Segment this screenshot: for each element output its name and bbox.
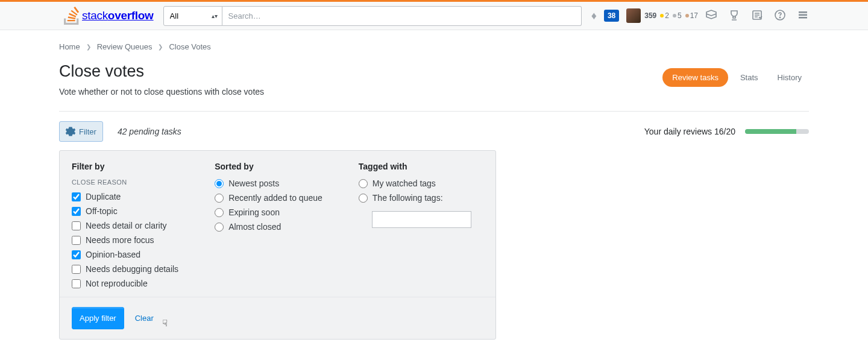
close-reason-checkbox[interactable]	[72, 192, 81, 201]
tab-review-tasks[interactable]: Review tasks	[662, 68, 728, 87]
sort-label: Newest posts	[228, 179, 279, 188]
stackoverflow-icon	[64, 7, 80, 25]
close-reason-option[interactable]: Needs debugging details	[72, 264, 178, 274]
help-icon[interactable]	[774, 9, 786, 23]
page-tabs: Review tasks Stats History	[662, 68, 809, 87]
daily-reviews-label: Your daily reviews 16/20	[644, 127, 735, 136]
close-reason-checkbox[interactable]	[72, 279, 81, 288]
tagged-with-column: Tagged with My watched tagsThe following…	[359, 162, 471, 293]
close-reason-option[interactable]: Needs more focus	[72, 235, 178, 245]
breadcrumb: Home ❯ Review Queues ❯ Close Votes	[59, 42, 809, 51]
close-reason-option[interactable]: Opinion-based	[72, 250, 178, 259]
close-reason-label: Off-topic	[86, 206, 118, 216]
tag-radio[interactable]	[359, 179, 368, 188]
sort-label: Expiring soon	[228, 207, 280, 217]
close-reason-option[interactable]: Off-topic	[72, 206, 178, 216]
sort-option[interactable]: Expiring soon	[215, 207, 322, 217]
site-switcher-icon[interactable]	[797, 9, 809, 23]
sort-radio[interactable]	[215, 223, 224, 232]
achievements-icon[interactable]	[728, 9, 740, 23]
svg-rect-4	[799, 14, 807, 16]
close-reason-label: Not reproducible	[86, 279, 148, 288]
breadcrumb-current: Close Votes	[169, 42, 210, 51]
sorted-by-heading: Sorted by	[215, 162, 322, 171]
sort-radio[interactable]	[215, 179, 224, 188]
chevron-right-icon: ❯	[86, 43, 91, 50]
review-queues-icon[interactable]	[751, 9, 763, 23]
sort-radio[interactable]	[215, 208, 224, 217]
chevron-right-icon: ❯	[158, 43, 163, 50]
close-reason-label: Duplicate	[86, 192, 121, 201]
filter-toggle-label: Filter	[79, 127, 96, 136]
logo-text: stackoverflow	[82, 9, 154, 22]
page-subtitle: Vote whether or not to close questions w…	[59, 87, 264, 97]
cursor-icon: ☟	[162, 318, 168, 329]
filter-toggle-button[interactable]: Filter	[59, 121, 103, 142]
svg-rect-3	[799, 11, 807, 13]
sort-label: Almost closed	[228, 222, 281, 232]
gear-icon	[66, 127, 75, 136]
filter-by-column: Filter by CLOSE REASON DuplicateOff-topi…	[72, 162, 178, 293]
reputation: 359	[644, 11, 656, 20]
close-reason-checkbox[interactable]	[72, 236, 81, 245]
sort-option[interactable]: Recently added to queue	[215, 193, 322, 203]
tab-history[interactable]: History	[770, 68, 809, 87]
sorted-by-column: Sorted by Newest postsRecently added to …	[215, 162, 322, 293]
close-reason-option[interactable]: Not reproducible	[72, 279, 178, 288]
apply-filter-button[interactable]: Apply filter	[72, 307, 124, 329]
close-reason-label: Needs debugging details	[86, 264, 178, 274]
search-input[interactable]	[222, 6, 582, 26]
close-reason-checkbox[interactable]	[72, 221, 81, 230]
svg-rect-5	[799, 17, 807, 19]
search-form: All ▴▾	[163, 6, 582, 26]
user-chip[interactable]: 359 2 5 17	[626, 8, 698, 23]
pending-tasks: 42 pending tasks	[118, 127, 181, 136]
close-reason-label: Opinion-based	[86, 250, 140, 259]
silver-badge-count: 5	[673, 11, 682, 20]
close-reason-label: Needs detail or clarity	[86, 221, 167, 230]
svg-point-2	[779, 17, 780, 17]
inbox-icon[interactable]	[705, 9, 717, 23]
close-reason-label: Needs more focus	[86, 235, 154, 245]
tab-stats[interactable]: Stats	[733, 68, 766, 87]
site-logo[interactable]: stackoverflow	[59, 7, 159, 25]
avatar	[626, 8, 641, 23]
tag-option[interactable]: The following tags:	[359, 193, 471, 203]
bronze-badge-count: 17	[685, 11, 698, 20]
tag-radio[interactable]	[359, 194, 368, 203]
filter-by-heading: Filter by	[72, 162, 178, 171]
inbox-count-badge[interactable]: 38	[604, 10, 619, 22]
sort-option[interactable]: Almost closed	[215, 222, 322, 232]
tag-option[interactable]: My watched tags	[359, 179, 471, 188]
moderator-diamond-icon[interactable]: ♦	[591, 10, 597, 22]
close-reason-checkbox[interactable]	[72, 207, 81, 216]
breadcrumb-home[interactable]: Home	[59, 42, 80, 51]
page-title: Close votes	[59, 62, 264, 81]
tag-input[interactable]	[372, 211, 471, 228]
close-reason-checkbox[interactable]	[72, 250, 81, 259]
sort-option[interactable]: Newest posts	[215, 179, 322, 188]
sort-radio[interactable]	[215, 194, 224, 203]
close-reason-option[interactable]: Needs detail or clarity	[72, 221, 178, 230]
clear-filter-link[interactable]: Clear	[135, 314, 154, 323]
filter-panel: Filter by CLOSE REASON DuplicateOff-topi…	[59, 150, 496, 340]
daily-reviews-progress	[745, 129, 809, 134]
breadcrumb-review-queues[interactable]: Review Queues	[97, 42, 153, 51]
topbar: stackoverflow All ▴▾ ♦ 38 359 2 5 17	[0, 2, 868, 30]
tag-label: My watched tags	[373, 179, 436, 188]
close-reason-subhead: CLOSE REASON	[72, 179, 178, 186]
tagged-with-heading: Tagged with	[359, 162, 471, 171]
sort-label: Recently added to queue	[228, 193, 322, 203]
gold-badge-count: 2	[660, 11, 669, 20]
close-reason-option[interactable]: Duplicate	[72, 192, 178, 201]
close-reason-checkbox[interactable]	[72, 265, 81, 274]
tag-label: The following tags:	[373, 193, 443, 203]
search-scope-select[interactable]: All	[163, 6, 222, 26]
